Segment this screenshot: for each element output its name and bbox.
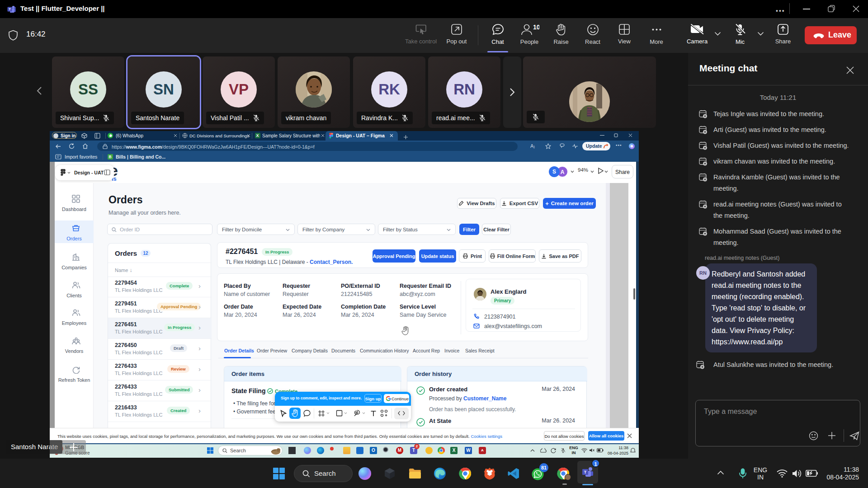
svg-text:T: T bbox=[9, 7, 11, 11]
svg-text:10: 10 bbox=[533, 23, 539, 31]
svg-text:T: T bbox=[584, 470, 587, 474]
